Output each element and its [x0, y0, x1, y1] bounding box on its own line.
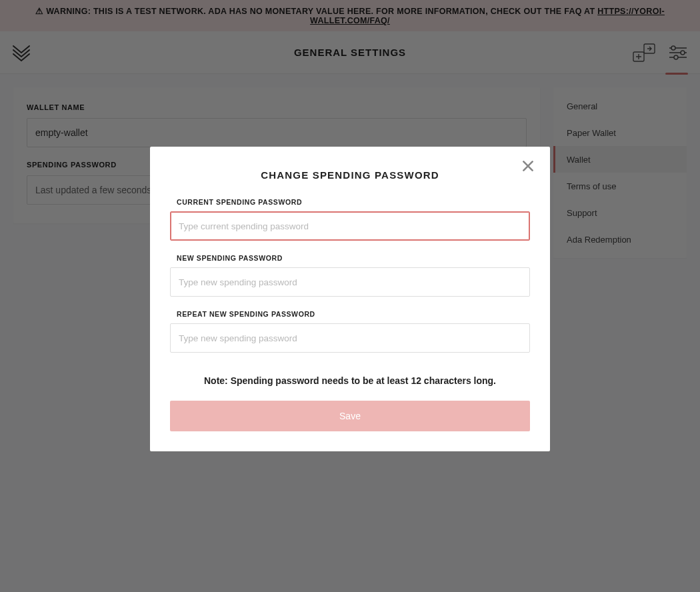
new-password-input[interactable]: [170, 267, 530, 297]
repeat-password-input[interactable]: [170, 323, 530, 353]
close-icon[interactable]: [521, 159, 535, 173]
modal-title: CHANGE SPENDING PASSWORD: [170, 169, 530, 181]
repeat-password-label: REPEAT NEW SPENDING PASSWORD: [177, 310, 530, 318]
change-password-modal: CHANGE SPENDING PASSWORD CURRENT SPENDIN…: [150, 147, 550, 451]
save-button[interactable]: Save: [170, 401, 530, 431]
modal-overlay[interactable]: CHANGE SPENDING PASSWORD CURRENT SPENDIN…: [0, 0, 700, 592]
current-password-input[interactable]: [170, 211, 530, 241]
password-requirements-note: Note: Spending password needs to be at l…: [170, 375, 530, 386]
new-password-label: NEW SPENDING PASSWORD: [177, 254, 530, 262]
current-password-label: CURRENT SPENDING PASSWORD: [177, 198, 530, 206]
